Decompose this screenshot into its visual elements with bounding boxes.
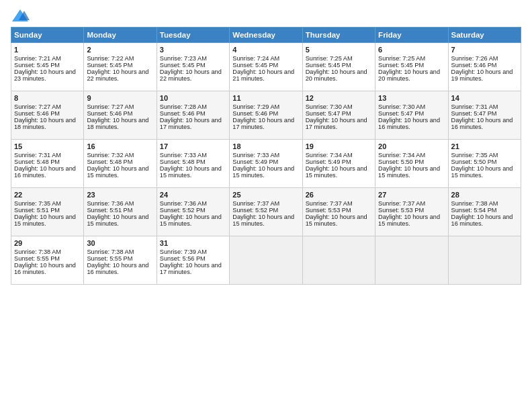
sunset-text: Sunset: 5:53 PM [378,207,424,214]
sunrise-text: Sunrise: 7:35 AM [14,200,61,207]
col-header-wednesday: Wednesday [230,28,302,43]
sunrise-text: Sunrise: 7:34 AM [378,152,425,158]
day-number: 6 [378,46,445,54]
sunset-text: Sunset: 5:51 PM [87,207,132,214]
logo [11,8,32,23]
sunset-text: Sunset: 5:50 PM [451,158,497,165]
sunrise-text: Sunrise: 7:30 AM [306,103,353,110]
calendar-cell: 20Sunrise: 7:34 AMSunset: 5:50 PMDayligh… [375,140,448,188]
sunset-text: Sunset: 5:47 PM [378,110,424,117]
sunrise-text: Sunrise: 7:26 AM [451,55,498,62]
sunrise-text: Sunrise: 7:34 AM [306,152,353,158]
calendar-cell: 14Sunrise: 7:31 AMSunset: 5:47 PMDayligh… [448,91,521,140]
header [11,8,521,23]
daylight-text: Daylight: 10 hours and 18 minutes. [14,117,76,130]
sunset-text: Sunset: 5:53 PM [306,207,351,214]
calendar-cell: 29Sunrise: 7:38 AMSunset: 5:55 PMDayligh… [11,236,84,285]
daylight-text: Daylight: 10 hours and 15 minutes. [87,214,148,227]
day-number: 18 [232,142,299,150]
calendar-cell: 2Sunrise: 7:22 AMSunset: 5:45 PMDaylight… [84,43,157,91]
daylight-text: Daylight: 10 hours and 19 minutes. [451,68,513,82]
calendar-cell: 1Sunrise: 7:21 AMSunset: 5:45 PMDaylight… [11,43,84,91]
day-number: 13 [378,94,445,102]
sunset-text: Sunset: 5:56 PM [160,255,206,262]
day-number: 29 [14,239,81,247]
calendar-cell: 22Sunrise: 7:35 AMSunset: 5:51 PMDayligh… [11,188,84,236]
daylight-text: Daylight: 10 hours and 15 minutes. [306,214,367,227]
day-number: 7 [451,46,518,54]
daylight-text: Daylight: 10 hours and 15 minutes. [378,165,440,179]
day-number: 14 [451,94,518,102]
day-number: 15 [14,142,81,150]
daylight-text: Daylight: 10 hours and 15 minutes. [160,165,222,179]
day-number: 21 [451,142,518,150]
col-header-friday: Friday [375,28,448,43]
day-number: 5 [306,46,372,54]
sunrise-text: Sunrise: 7:33 AM [232,152,279,158]
sunrise-text: Sunrise: 7:33 AM [160,152,207,158]
calendar-cell: 24Sunrise: 7:36 AMSunset: 5:52 PMDayligh… [157,188,229,236]
day-number: 1 [14,46,81,54]
daylight-text: Daylight: 10 hours and 17 minutes. [306,117,367,130]
daylight-text: Daylight: 10 hours and 17 minutes. [160,262,222,275]
sunrise-text: Sunrise: 7:37 AM [378,200,425,207]
calendar-cell: 12Sunrise: 7:30 AMSunset: 5:47 PMDayligh… [302,91,375,140]
daylight-text: Daylight: 10 hours and 18 minutes. [87,117,148,130]
calendar-cell: 23Sunrise: 7:36 AMSunset: 5:51 PMDayligh… [84,188,157,236]
col-header-saturday: Saturday [448,28,521,43]
sunrise-text: Sunrise: 7:31 AM [14,152,61,158]
calendar-cell [302,236,375,285]
daylight-text: Daylight: 10 hours and 20 minutes. [306,68,367,82]
calendar-week-row: 1Sunrise: 7:21 AMSunset: 5:45 PMDaylight… [11,43,521,91]
sunset-text: Sunset: 5:46 PM [451,62,497,68]
sunset-text: Sunset: 5:45 PM [87,62,132,68]
logo-icon [11,8,30,23]
calendar-cell: 10Sunrise: 7:28 AMSunset: 5:46 PMDayligh… [157,91,229,140]
day-number: 25 [232,191,299,199]
day-number: 3 [160,46,226,54]
sunrise-text: Sunrise: 7:37 AM [232,200,279,207]
sunset-text: Sunset: 5:45 PM [306,62,351,68]
calendar-cell: 31Sunrise: 7:39 AMSunset: 5:56 PMDayligh… [157,236,229,285]
sunset-text: Sunset: 5:49 PM [306,158,351,165]
calendar-cell: 25Sunrise: 7:37 AMSunset: 5:52 PMDayligh… [230,188,302,236]
sunset-text: Sunset: 5:45 PM [160,62,206,68]
calendar-cell: 21Sunrise: 7:35 AMSunset: 5:50 PMDayligh… [448,140,521,188]
day-number: 28 [451,191,518,199]
calendar-cell: 18Sunrise: 7:33 AMSunset: 5:49 PMDayligh… [230,140,302,188]
sunrise-text: Sunrise: 7:25 AM [378,55,425,62]
daylight-text: Daylight: 10 hours and 17 minutes. [160,117,222,130]
calendar-cell: 27Sunrise: 7:37 AMSunset: 5:53 PMDayligh… [375,188,448,236]
sunset-text: Sunset: 5:46 PM [14,110,60,117]
day-number: 4 [232,46,299,54]
sunrise-text: Sunrise: 7:29 AM [232,103,279,110]
day-number: 10 [160,94,226,102]
daylight-text: Daylight: 10 hours and 22 minutes. [87,68,148,82]
calendar-week-row: 15Sunrise: 7:31 AMSunset: 5:48 PMDayligh… [11,140,521,188]
day-number: 20 [378,142,445,150]
daylight-text: Daylight: 10 hours and 22 minutes. [160,68,222,82]
sunset-text: Sunset: 5:45 PM [14,62,60,68]
daylight-text: Daylight: 10 hours and 15 minutes. [451,165,513,179]
sunset-text: Sunset: 5:45 PM [232,62,278,68]
sunrise-text: Sunrise: 7:31 AM [451,103,498,110]
daylight-text: Daylight: 10 hours and 23 minutes. [14,68,76,82]
sunset-text: Sunset: 5:55 PM [14,255,60,262]
day-number: 23 [87,191,153,199]
day-number: 8 [14,94,81,102]
calendar-cell: 30Sunrise: 7:38 AMSunset: 5:55 PMDayligh… [84,236,157,285]
calendar-cell [448,236,521,285]
sunrise-text: Sunrise: 7:36 AM [160,200,207,207]
sunrise-text: Sunrise: 7:35 AM [451,152,498,158]
sunset-text: Sunset: 5:49 PM [232,158,278,165]
sunset-text: Sunset: 5:46 PM [87,110,132,117]
daylight-text: Daylight: 10 hours and 16 minutes. [378,117,440,130]
calendar-cell: 19Sunrise: 7:34 AMSunset: 5:49 PMDayligh… [302,140,375,188]
daylight-text: Daylight: 10 hours and 15 minutes. [87,165,148,179]
sunset-text: Sunset: 5:48 PM [160,158,206,165]
daylight-text: Daylight: 10 hours and 16 minutes. [451,117,513,130]
day-number: 22 [14,191,81,199]
sunrise-text: Sunrise: 7:37 AM [306,200,353,207]
sunrise-text: Sunrise: 7:39 AM [160,248,207,255]
day-number: 16 [87,142,153,150]
